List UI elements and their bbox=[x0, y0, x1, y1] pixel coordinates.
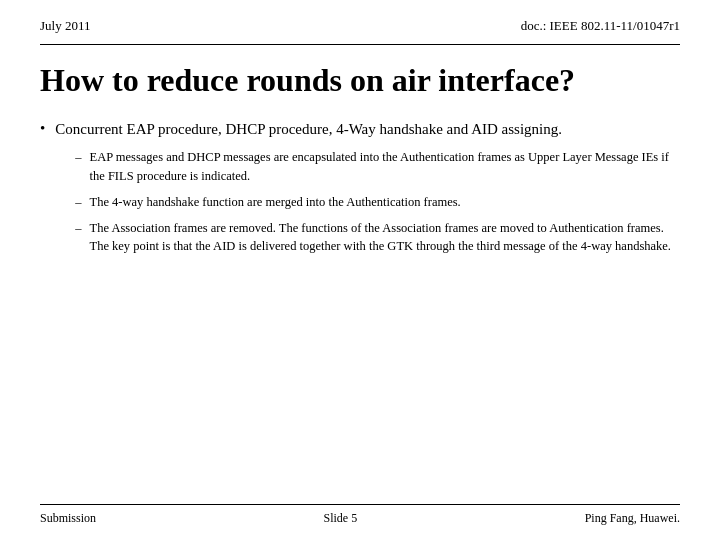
header-doc: doc.: IEEE 802.11-11/01047r1 bbox=[521, 18, 680, 34]
main-bullet-item: • Concurrent EAP procedure, DHCP procedu… bbox=[40, 119, 680, 263]
sub-bullet-text-1: EAP messages and DHCP messages are encap… bbox=[90, 148, 680, 184]
header-date: July 2011 bbox=[40, 18, 90, 34]
footer-slide-number: Slide 5 bbox=[324, 511, 358, 526]
dash-icon-3: – bbox=[75, 219, 81, 237]
sub-bullet-1: – EAP messages and DHCP messages are enc… bbox=[75, 148, 680, 184]
main-bullet-text: Concurrent EAP procedure, DHCP procedure… bbox=[55, 121, 562, 137]
dash-icon-2: – bbox=[75, 193, 81, 211]
title-divider bbox=[40, 44, 680, 45]
sub-bullet-3: – The Association frames are removed. Th… bbox=[75, 219, 680, 255]
bullet-icon: • bbox=[40, 120, 45, 137]
slide-footer: Submission Slide 5 Ping Fang, Huawei. bbox=[40, 504, 680, 526]
dash-icon-1: – bbox=[75, 148, 81, 166]
footer-submission: Submission bbox=[40, 511, 96, 526]
sub-bullet-text-2: The 4-way handshake function are merged … bbox=[90, 193, 461, 211]
sub-bullet-text-3: The Association frames are removed. The … bbox=[90, 219, 680, 255]
footer-author: Ping Fang, Huawei. bbox=[585, 511, 680, 526]
slide-header: July 2011 doc.: IEEE 802.11-11/01047r1 bbox=[40, 18, 680, 34]
sub-bullet-2: – The 4-way handshake function are merge… bbox=[75, 193, 680, 211]
sub-bullets-list: – EAP messages and DHCP messages are enc… bbox=[75, 148, 680, 255]
slide-content: • Concurrent EAP procedure, DHCP procedu… bbox=[40, 119, 680, 263]
slide-title: How to reduce rounds on air interface? bbox=[40, 61, 680, 99]
slide: July 2011 doc.: IEEE 802.11-11/01047r1 H… bbox=[0, 0, 720, 540]
